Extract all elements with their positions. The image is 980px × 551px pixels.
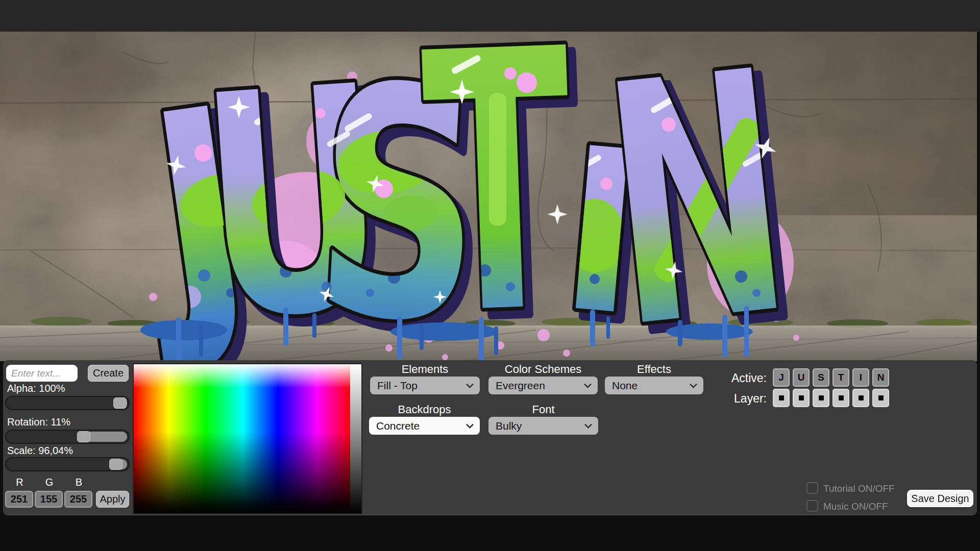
active-letter-buttons: J U S T I N xyxy=(773,368,889,387)
backdrops-value: Concrete xyxy=(376,420,420,432)
alpha-slider-handle[interactable] xyxy=(113,397,127,409)
graffiti-canvas[interactable]: J U S T I N xyxy=(0,32,977,361)
square-icon xyxy=(859,395,864,400)
music-checkbox[interactable] xyxy=(806,500,818,512)
backdrops-dropdown[interactable]: Concrete xyxy=(369,417,480,435)
square-icon xyxy=(779,395,784,400)
scale-slider[interactable] xyxy=(5,457,130,471)
active-letter-n[interactable]: N xyxy=(872,368,889,387)
active-letter-s[interactable]: S xyxy=(813,368,829,387)
active-letter-i[interactable]: I xyxy=(852,368,869,387)
tutorial-checkbox[interactable] xyxy=(806,482,818,494)
top-bar xyxy=(0,0,980,32)
layer-buttons xyxy=(773,389,889,407)
create-button[interactable]: Create xyxy=(88,365,129,382)
rotation-slider-handle[interactable] xyxy=(77,431,90,442)
rotation-slider[interactable] xyxy=(5,430,130,444)
square-icon xyxy=(799,395,804,400)
layer-button-3[interactable] xyxy=(813,389,829,407)
color-picker[interactable] xyxy=(133,363,362,514)
text-input[interactable] xyxy=(6,365,78,382)
music-label: Music ON/OFF xyxy=(823,501,888,512)
chevron-down-icon xyxy=(690,381,698,389)
apply-button[interactable]: Apply xyxy=(96,491,129,508)
layer-button-1[interactable] xyxy=(773,389,790,407)
red-value-input[interactable] xyxy=(5,491,33,508)
effects-dropdown[interactable]: None xyxy=(605,377,703,394)
chevron-down-icon xyxy=(584,381,592,389)
green-value-input[interactable] xyxy=(35,491,63,508)
square-icon xyxy=(839,395,844,400)
blue-value-input[interactable] xyxy=(64,491,92,508)
green-header: G xyxy=(35,477,64,488)
wall-backdrop-art: J U S T I N xyxy=(0,32,977,361)
layer-label: Layer: xyxy=(705,392,767,406)
control-panel: Create Alpha: 100% Rotation: 11% Scale: … xyxy=(3,360,977,515)
backdrops-heading: Backdrops xyxy=(369,403,480,416)
scale-slider-handle[interactable] xyxy=(109,459,122,470)
elements-dropdown[interactable]: Fill - Top xyxy=(370,377,480,394)
layer-button-5[interactable] xyxy=(852,389,869,407)
square-icon xyxy=(878,395,884,400)
tutorial-label: Tutorial ON/OFF xyxy=(823,483,895,494)
layer-button-4[interactable] xyxy=(832,389,849,407)
layer-button-2[interactable] xyxy=(793,389,810,407)
font-dropdown[interactable]: Bulky xyxy=(488,417,598,435)
color-schemes-value: Evergreen xyxy=(496,380,545,392)
elements-heading: Elements xyxy=(370,363,480,376)
color-schemes-dropdown[interactable]: Evergreen xyxy=(488,377,598,394)
chevron-down-icon xyxy=(466,421,474,429)
square-icon xyxy=(819,395,824,400)
layer-button-6[interactable] xyxy=(872,389,889,407)
font-value: Bulky xyxy=(496,420,522,432)
scale-label: Scale: 96,04% xyxy=(7,445,73,457)
color-picker-spectrum[interactable] xyxy=(134,364,352,513)
effects-heading: Effects xyxy=(605,363,703,376)
alpha-slider[interactable] xyxy=(5,396,130,410)
blue-header: B xyxy=(64,477,93,488)
effects-value: None xyxy=(612,380,638,392)
elements-value: Fill - Top xyxy=(377,380,418,392)
active-label: Active: xyxy=(705,371,767,385)
color-picker-grayscale[interactable] xyxy=(350,364,361,513)
active-letter-t[interactable]: T xyxy=(832,368,849,387)
alpha-label: Alpha: 100% xyxy=(7,383,65,395)
save-design-button[interactable]: Save Design xyxy=(907,490,973,507)
chevron-down-icon xyxy=(466,381,474,389)
font-heading: Font xyxy=(488,403,598,416)
red-header: R xyxy=(5,477,34,488)
chevron-down-icon xyxy=(584,421,593,429)
rotation-label: Rotation: 11% xyxy=(7,416,70,429)
active-letter-j[interactable]: J xyxy=(773,368,790,387)
active-letter-u[interactable]: U xyxy=(793,368,810,387)
color-schemes-heading: Color Schemes xyxy=(488,363,598,376)
